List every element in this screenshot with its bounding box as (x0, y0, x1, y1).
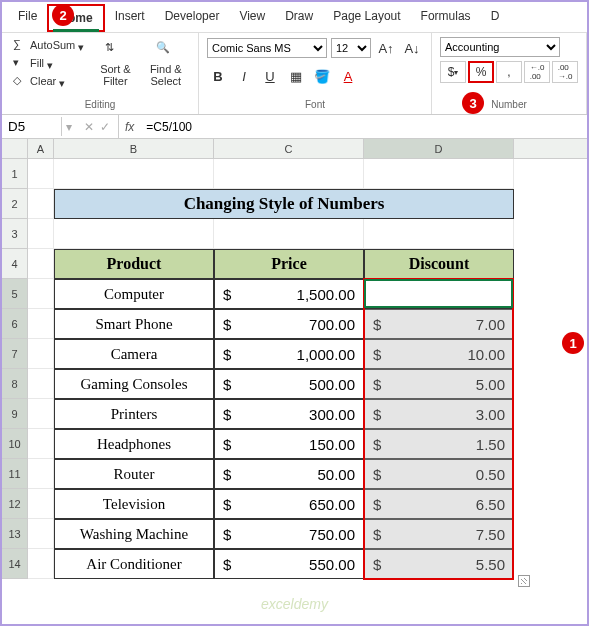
font-color-icon: A (344, 69, 353, 84)
cell-price[interactable]: $650.00 (214, 489, 364, 519)
tab-draw[interactable]: Draw (275, 4, 323, 32)
cell-price[interactable]: $150.00 (214, 429, 364, 459)
currency-button[interactable]: $▾ (440, 61, 466, 83)
cancel-icon[interactable]: ✕ (84, 120, 94, 134)
row-header[interactable]: 14 (2, 549, 28, 579)
cell-discount[interactable]: $7.00 (364, 309, 514, 339)
clear-button[interactable]: ◇Clear▾ (10, 73, 89, 89)
sort-icon: ⇅ (105, 41, 125, 61)
cell-product[interactable]: Washing Machine (54, 519, 214, 549)
row-header[interactable]: 3 (2, 219, 28, 249)
group-font: Comic Sans MS 12 A↑ A↓ B I U ▦ 🪣 A Font (199, 33, 432, 114)
cell-discount[interactable]: $3.00 (364, 399, 514, 429)
sort-filter-button[interactable]: ⇅Sort & Filter (93, 37, 137, 91)
bold-button[interactable]: B (207, 65, 229, 87)
cell-discount[interactable]: $7.50 (364, 519, 514, 549)
row-header[interactable]: 11 (2, 459, 28, 489)
cell-price[interactable]: $500.00 (214, 369, 364, 399)
cell-discount[interactable]: $0.50 (364, 459, 514, 489)
underline-button[interactable]: U (259, 65, 281, 87)
col-header-C[interactable]: C (214, 139, 364, 158)
cell-product[interactable]: Air Conditioner (54, 549, 214, 579)
cell-discount[interactable]: $6.50 (364, 489, 514, 519)
cell-product[interactable]: Headphones (54, 429, 214, 459)
comma-button[interactable]: , (496, 61, 522, 83)
font-color-button[interactable]: A (337, 65, 359, 87)
col-header-A[interactable]: A (28, 139, 54, 158)
group-editing: ∑AutoSum▾ ▾Fill▾ ◇Clear▾ ⇅Sort & Filter … (2, 33, 199, 114)
decrease-font-button[interactable]: A↓ (401, 37, 423, 59)
col-header-B[interactable]: B (54, 139, 214, 158)
tab-formulas[interactable]: Formulas (411, 4, 481, 32)
cell-product[interactable]: Television (54, 489, 214, 519)
cell-product[interactable]: Router (54, 459, 214, 489)
increase-font-button[interactable]: A↑ (375, 37, 397, 59)
tab-developer[interactable]: Developer (155, 4, 230, 32)
row-header[interactable]: 2 (2, 189, 28, 219)
fill-button[interactable]: ▾Fill▾ (10, 55, 89, 71)
row-header[interactable]: 6 (2, 309, 28, 339)
decrease-decimal-button[interactable]: .00→.0 (552, 61, 578, 83)
enter-icon[interactable]: ✓ (100, 120, 110, 134)
cell-price[interactable]: $1,000.00 (214, 339, 364, 369)
find-select-button[interactable]: 🔍Find & Select (142, 37, 190, 91)
increase-decimal-button[interactable]: ←.0.00 (524, 61, 550, 83)
select-all-corner[interactable] (2, 139, 28, 158)
percent-button[interactable]: % (468, 61, 494, 83)
cell-price[interactable]: $1,500.00 (214, 279, 364, 309)
formula-bar: ▾ ✕ ✓ fx (2, 115, 587, 139)
fill-color-button[interactable]: 🪣 (311, 65, 333, 87)
cell-product[interactable]: Gaming Consoles (54, 369, 214, 399)
cell-price[interactable]: $300.00 (214, 399, 364, 429)
tab-insert[interactable]: Insert (105, 4, 155, 32)
formula-input[interactable] (140, 118, 587, 136)
italic-button[interactable]: I (233, 65, 255, 87)
cell-discount[interactable]: $15.00 (364, 279, 514, 309)
row-header[interactable]: 5 (2, 279, 28, 309)
callout-badge-3: 3 (462, 92, 484, 114)
cell-product[interactable]: Smart Phone (54, 309, 214, 339)
eraser-icon: ◇ (13, 74, 27, 88)
cell-product[interactable]: Computer (54, 279, 214, 309)
increase-font-icon: A↑ (378, 41, 393, 56)
cell-discount[interactable]: $5.00 (364, 369, 514, 399)
name-box[interactable] (2, 117, 62, 136)
cell-price[interactable]: $750.00 (214, 519, 364, 549)
cell-discount[interactable]: $5.50 (364, 549, 514, 579)
cell-product[interactable]: Camera (54, 339, 214, 369)
chevron-down-icon: ▾ (78, 41, 86, 49)
row-header[interactable]: 1 (2, 159, 28, 189)
fx-icon[interactable]: fx (119, 120, 140, 134)
cell-price[interactable]: $550.00 (214, 549, 364, 579)
autosum-button[interactable]: ∑AutoSum▾ (10, 37, 89, 53)
row-header[interactable]: 12 (2, 489, 28, 519)
row-header[interactable]: 4 (2, 249, 28, 279)
title-cell[interactable]: Changing Style of Numbers (54, 189, 514, 219)
font-size-select[interactable]: 12 (331, 38, 371, 58)
tab-extra[interactable]: D (481, 4, 510, 32)
header-discount[interactable]: Discount (364, 249, 514, 279)
cell-price[interactable]: $700.00 (214, 309, 364, 339)
row-header[interactable]: 13 (2, 519, 28, 549)
tab-view[interactable]: View (229, 4, 275, 32)
worksheet[interactable]: A B C D 1 2 Changing Style of Numbers 3 … (2, 139, 587, 579)
tab-file[interactable]: File (8, 4, 47, 32)
col-header-D[interactable]: D (364, 139, 514, 158)
ribbon-tabs: File Home Insert Developer View Draw Pag… (2, 2, 587, 33)
number-format-select[interactable]: Accounting (440, 37, 560, 57)
cell-discount[interactable]: $10.00 (364, 339, 514, 369)
cell-product[interactable]: Printers (54, 399, 214, 429)
tab-pagelayout[interactable]: Page Layout (323, 4, 410, 32)
header-product[interactable]: Product (54, 249, 214, 279)
font-name-select[interactable]: Comic Sans MS (207, 38, 327, 58)
cell-discount[interactable]: $1.50 (364, 429, 514, 459)
row-header[interactable]: 10 (2, 429, 28, 459)
row-header[interactable]: 9 (2, 399, 28, 429)
row-header[interactable]: 7 (2, 339, 28, 369)
autofill-handle[interactable] (518, 575, 530, 587)
cell-price[interactable]: $50.00 (214, 459, 364, 489)
border-button[interactable]: ▦ (285, 65, 307, 87)
chevron-down-icon: ▾ (47, 59, 55, 67)
row-header[interactable]: 8 (2, 369, 28, 399)
header-price[interactable]: Price (214, 249, 364, 279)
